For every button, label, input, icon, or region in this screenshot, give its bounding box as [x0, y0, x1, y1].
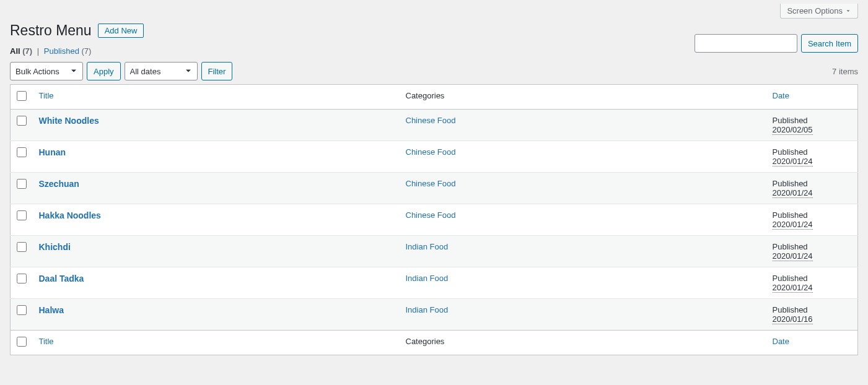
row-title-link[interactable]: White Noodles [39, 116, 99, 126]
row-title-link[interactable]: Hakka Noodles [39, 210, 101, 220]
select-all-checkbox-bottom[interactable] [17, 337, 27, 347]
row-date-cell: Published 2020/02/05 [766, 110, 858, 141]
row-date-cell: Published 2020/01/16 [766, 299, 858, 331]
column-categories-footer: Categories [400, 331, 766, 355]
bulk-actions-select[interactable]: Bulk Actions [10, 62, 83, 80]
row-date-cell: Published 2020/01/24 [766, 267, 858, 299]
search-input[interactable] [695, 34, 797, 53]
table-row: Hunan Chinese Food Published 2020/01/24 [11, 141, 858, 173]
column-categories: Categories [400, 85, 766, 110]
table-row: Szechuan Chinese Food Published 2020/01/… [11, 173, 858, 204]
row-checkbox[interactable] [17, 305, 27, 315]
table-row: White Noodles Chinese Food Published 202… [11, 110, 858, 141]
filter-all[interactable]: All (7) [10, 46, 35, 56]
row-date-cell: Published 2020/01/24 [766, 236, 858, 267]
row-category-link[interactable]: Chinese Food [406, 210, 456, 220]
column-title-sort-footer[interactable]: Title [39, 337, 54, 346]
row-category-link[interactable]: Chinese Food [406, 179, 456, 188]
row-category-link[interactable]: Chinese Food [406, 147, 456, 157]
apply-bulk-button[interactable]: Apply [87, 62, 121, 80]
search-button[interactable]: Search Item [801, 34, 858, 53]
date-filter-select[interactable]: All dates [125, 62, 198, 80]
screen-options-label: Screen Options [787, 6, 843, 15]
row-checkbox[interactable] [17, 116, 27, 126]
select-all-checkbox-top[interactable] [17, 91, 27, 101]
screen-options-button[interactable]: Screen Options [780, 4, 858, 19]
row-category-link[interactable]: Indian Food [406, 242, 449, 251]
row-date-cell: Published 2020/01/24 [766, 204, 858, 236]
row-title-link[interactable]: Szechuan [39, 179, 79, 189]
column-title-sort[interactable]: Title [39, 91, 54, 100]
row-checkbox[interactable] [17, 242, 27, 252]
add-new-button[interactable]: Add New [98, 24, 144, 38]
row-title-link[interactable]: Daal Tadka [39, 274, 84, 283]
row-checkbox[interactable] [17, 274, 27, 283]
table-row: Hakka Noodles Chinese Food Published 202… [11, 204, 858, 236]
row-category-link[interactable]: Chinese Food [406, 116, 456, 125]
filter-button[interactable]: Filter [201, 62, 233, 80]
page-title: Restro Menu [10, 22, 92, 39]
filter-published[interactable]: Published (7) [44, 46, 92, 56]
row-title-link[interactable]: Khichdi [39, 242, 71, 252]
select-all-footer [11, 331, 33, 355]
row-title-link[interactable]: Halwa [39, 305, 64, 315]
row-category-link[interactable]: Indian Food [406, 305, 449, 314]
table-row: Halwa Indian Food Published 2020/01/16 [11, 299, 858, 331]
column-date-sort[interactable]: Date [773, 91, 789, 100]
row-date-cell: Published 2020/01/24 [766, 141, 858, 173]
row-checkbox[interactable] [17, 147, 27, 157]
row-checkbox[interactable] [17, 210, 27, 220]
column-date-sort-footer[interactable]: Date [773, 337, 789, 346]
select-all-header [11, 85, 33, 110]
row-category-link[interactable]: Indian Food [406, 274, 449, 283]
table-row: Daal Tadka Indian Food Published 2020/01… [11, 267, 858, 299]
table-row: Khichdi Indian Food Published 2020/01/24 [11, 236, 858, 267]
row-checkbox[interactable] [17, 179, 27, 189]
chevron-down-icon [845, 8, 851, 14]
row-date-cell: Published 2020/01/24 [766, 173, 858, 204]
items-count: 7 items [832, 67, 858, 76]
row-title-link[interactable]: Hunan [39, 147, 66, 157]
